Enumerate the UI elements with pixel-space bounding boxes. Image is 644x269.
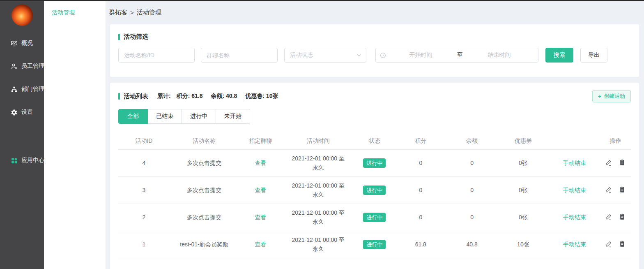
list-header: 活动列表 累计: 积分: 61.8 余额: 40.8 优惠卷: 10张 + 创建… [118,90,631,102]
view-group-link[interactable]: 查看 [255,214,266,220]
status-badge: 进行中 [363,240,386,249]
clipboard-icon[interactable] [619,186,626,194]
avatar[interactable] [12,5,33,26]
sidebar-item-settings[interactable]: 设置 [0,101,44,124]
range-separator: 至 [455,51,465,59]
view-group-link[interactable]: 查看 [255,160,266,166]
plus-icon: + [598,93,601,100]
cell-coupon: 0张 [497,149,549,176]
date-range-picker[interactable]: 开始时间 至 结束时间 [375,48,538,63]
cell-time: 2021-12-01 00:00 至永久 [282,231,354,258]
edit-icon[interactable] [605,213,612,221]
export-button[interactable]: 导出 [580,48,607,63]
col-actions: 操作 [600,133,631,149]
breadcrumb-current: 活动管理 [137,9,161,16]
breadcrumb-parent[interactable]: 群拓客 [109,9,127,16]
app-grid-icon [11,157,18,164]
sidebar-item-label: 设置 [21,109,33,116]
status-badge: 进行中 [363,158,386,168]
table-header-row: 活动ID 活动名称 指定群聊 活动时间 状态 积分 余额 优惠券 操作 [118,133,631,149]
summary-points: 积分: 61.8 [177,93,203,100]
cell-coupon: 10张 [497,231,549,258]
cell-balance: 0 [446,149,498,176]
activity-name-input[interactable] [118,48,195,63]
cell-name: 多次点击提交 [170,149,239,176]
tab-not-started[interactable]: 未开始 [216,109,250,124]
table-row: 3 多次点击提交 查看 2021-12-01 00:00 至永久 进行中 0 0… [118,176,631,204]
clipboard-icon[interactable] [619,213,626,221]
list-title-text: 活动列表 [124,93,148,100]
start-time-placeholder: 开始时间 [386,51,455,59]
status-tabs: 全部 已结束 进行中 未开始 [118,109,631,124]
filter-section-title: 活动筛选 [118,33,631,41]
cell-id: 4 [118,149,170,176]
primary-sidebar: 概况 员工管理 部门管理 设置 应用中心 [0,1,44,269]
col-activity-id: 活动ID [118,133,170,149]
cell-name: test-01-新会员奖励 [170,231,239,258]
cell-balance: 0 [446,176,498,204]
sidebar-item-overview[interactable]: 概况 [0,32,44,55]
main-content: 群拓客 > 活动管理 活动筛选 活动状态 开始时间 至 [106,1,644,269]
cell-time: 2021-12-01 00:00 至永久 [282,176,354,204]
status-badge: 进行中 [363,213,386,222]
col-points: 积分 [395,133,446,149]
table-row: 4 多次点击提交 查看 2021-12-01 00:00 至永久 进行中 0 0… [118,149,631,176]
app-shell: 概况 员工管理 部门管理 设置 应用中心 活动管理 [0,1,644,269]
sidebar-item-label: 概况 [21,39,33,47]
group-name-input[interactable] [201,48,278,63]
search-button[interactable]: 搜索 [545,48,573,63]
filter-card: 活动筛选 活动状态 开始时间 至 结束时间 搜索 导出 [110,24,639,77]
breadcrumb: 群拓客 > 活动管理 [106,1,644,23]
col-empty [549,133,600,149]
col-time: 活动时间 [282,133,354,149]
status-select-placeholder: 活动状态 [290,51,356,59]
filter-title-text: 活动筛选 [124,33,148,41]
sidebar-item-label: 应用中心 [21,157,44,164]
col-group: 指定群聊 [239,133,282,149]
cell-coupon: 0张 [497,204,549,231]
create-activity-label: 创建活动 [604,93,625,100]
clipboard-icon[interactable] [619,241,626,248]
chart-icon [11,40,18,47]
filter-row: 活动状态 开始时间 至 结束时间 搜索 导出 [118,48,631,63]
sidebar-item-app-center[interactable]: 应用中心 [0,149,44,172]
manual-end-link[interactable]: 手动结束 [563,241,586,248]
employee-icon [11,63,18,70]
sidebar-item-departments[interactable]: 部门管理 [0,78,44,101]
tab-all[interactable]: 全部 [118,109,148,124]
end-time-placeholder: 结束时间 [465,51,534,59]
activity-list-card: 活动列表 累计: 积分: 61.8 余额: 40.8 优惠卷: 10张 + 创建… [110,83,639,269]
cell-name: 多次点击提交 [170,204,239,231]
list-section-title: 活动列表 [118,93,148,100]
cell-points: 0 [395,204,446,231]
cell-points: 61.8 [395,231,446,258]
section-accent-bar [118,93,120,100]
tab-ended[interactable]: 已结束 [148,109,182,124]
cell-balance: 0 [446,204,498,231]
manual-end-link[interactable]: 手动结束 [563,187,586,193]
edit-icon[interactable] [605,186,612,194]
table-row: 2 多次点击提交 查看 2021-12-01 00:00 至永久 进行中 0 0… [118,204,631,231]
edit-icon[interactable] [605,241,612,248]
secondary-sidebar: 活动管理 [44,1,106,269]
cell-time: 2021-12-01 00:00 至永久 [282,204,354,231]
view-group-link[interactable]: 查看 [255,187,266,193]
cell-id: 3 [118,176,170,204]
cell-name: 多次点击提交 [170,176,239,204]
sidebar-item-employees[interactable]: 员工管理 [0,55,44,78]
summary-prefix: 累计: [157,93,171,100]
edit-icon[interactable] [605,159,612,167]
org-chart-icon [11,86,18,93]
activity-status-select[interactable]: 活动状态 [284,48,366,63]
clock-icon [380,52,386,58]
view-group-link[interactable]: 查看 [255,241,266,248]
manual-end-link[interactable]: 手动结束 [563,214,586,220]
tab-ongoing[interactable]: 进行中 [182,109,216,124]
sidebar-item-label: 员工管理 [21,63,44,70]
clipboard-icon[interactable] [619,159,626,167]
sidebar-item-label: 部门管理 [21,86,44,93]
submenu-item-activity-management[interactable]: 活动管理 [44,1,106,16]
create-activity-button[interactable]: + 创建活动 [592,90,631,102]
col-activity-name: 活动名称 [170,133,239,149]
manual-end-link[interactable]: 手动结束 [563,160,586,166]
